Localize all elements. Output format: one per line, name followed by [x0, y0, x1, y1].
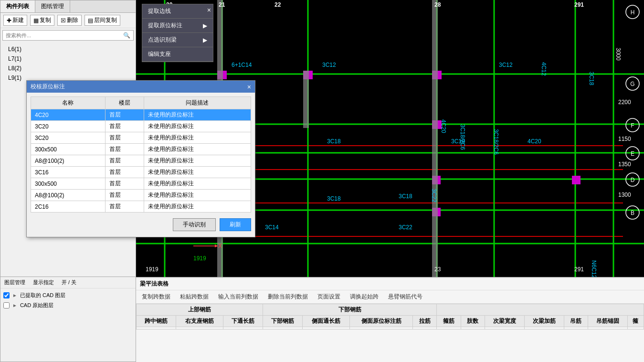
swap-start-btn[interactable]: 调换起始跨	[348, 292, 380, 302]
floor-copy-button[interactable]: ▤ 层间复制	[84, 15, 120, 26]
svg-text:4C20: 4C20	[528, 138, 541, 145]
dialog-table-row[interactable]: 3C20首层未使用的原位标注	[31, 121, 251, 132]
table-row	[137, 327, 644, 330]
refresh-button[interactable]: 刷新	[220, 218, 251, 231]
col-tie: 拉筋	[413, 316, 437, 327]
bottom-title: 梁平法表格	[136, 278, 644, 290]
dialog-title: 校核原位标注	[31, 83, 65, 91]
arrow-icon: ▶	[203, 22, 207, 29]
col-stirrup: 箍筋	[437, 316, 461, 327]
svg-text:3C18: 3C18	[327, 195, 341, 202]
copy-button[interactable]: ▦ 复制	[30, 15, 54, 26]
list-item[interactable]: L8(2)	[0, 64, 136, 73]
svg-text:3C18: 3C18	[327, 138, 341, 145]
svg-text:21: 21	[219, 1, 225, 8]
svg-text:N6C12: N6C12	[591, 260, 597, 277]
dialog-table-row[interactable]: 300x500首层未使用的原位标注	[31, 178, 251, 190]
layer-mgmt-btn[interactable]: 图层管理	[4, 279, 25, 286]
col-header-issue: 问题描述	[144, 97, 251, 109]
col-sub-beam-width: 次梁宽度	[485, 316, 524, 327]
svg-rect-27	[432, 0, 438, 277]
col-right-support: 右支座钢筋	[176, 316, 223, 327]
list-item[interactable]: L6(1)	[0, 44, 136, 54]
manual-identify-button[interactable]: 手动识别	[173, 218, 216, 231]
svg-text:1919: 1919	[146, 266, 158, 273]
bottom-toolbar: 复制跨数据 粘贴跨数据 输入当前列数据 删除当前列数据 页面设置 调换起始跨 悬…	[136, 290, 644, 304]
list-item[interactable]: L7(1)	[0, 54, 136, 64]
col-group-upper: 上部钢筋	[137, 304, 263, 316]
dialog-table-row[interactable]: A8@100(2)首层未使用的原位标注	[31, 155, 251, 167]
svg-text:X: X	[218, 243, 222, 249]
svg-text:3C18/2C6: 3C18/2C6	[493, 129, 499, 155]
left-toolbar: ✚ 新建 ▦ 复制 ☒ 删除 ▤ 层间复制	[0, 13, 136, 28]
layer-checkbox-original[interactable]	[3, 302, 10, 309]
svg-text:3C18/2C6: 3C18/2C6	[459, 124, 466, 150]
dialog-table-row[interactable]: 3C20首层未使用的原位标注	[31, 132, 251, 144]
svg-text:22: 22	[274, 1, 281, 8]
col-header-floor: 楼层	[105, 97, 144, 109]
menu-item-extract-edge[interactable]: 提取边线	[142, 4, 213, 19]
svg-rect-22	[572, 176, 581, 184]
bottom-table: 上部钢筋 下部钢筋 跨中钢筋 右支座钢筋 下通长筋 下部钢筋 侧面通长筋 侧面原…	[136, 304, 644, 330]
bottom-table-wrapper: 上部钢筋 下部钢筋 跨中钢筋 右支座钢筋 下通长筋 下部钢筋 侧面通长筋 侧面原…	[136, 304, 644, 362]
arrow-icon-2: ▶	[203, 37, 207, 43]
svg-text:23: 23	[434, 266, 441, 273]
tab-drawing-mgmt[interactable]: 图纸管理	[35, 0, 70, 12]
col-mid-rebar: 跨中钢筋	[137, 316, 176, 327]
tab-component-list[interactable]: 构件列表	[0, 0, 35, 12]
svg-text:F: F	[631, 122, 634, 129]
svg-text:1300: 1300	[618, 192, 631, 198]
dialog-table-body: 4C20首层未使用的原位标注3C20首层未使用的原位标注3C20首层未使用的原位…	[31, 109, 251, 213]
dialog-table-row[interactable]: A8@100(2)首层未使用的原位标注	[31, 190, 251, 201]
dialog-titlebar: 校核原位标注 ×	[27, 81, 255, 93]
svg-text:3C12: 3C12	[499, 62, 513, 68]
float-menu-close[interactable]: ×	[207, 6, 211, 14]
layer-label-original: CAD 原始图层	[20, 302, 53, 309]
layer-expand-original[interactable]: ►	[12, 303, 17, 308]
copy-span-btn[interactable]: 复制跨数据	[140, 292, 172, 302]
menu-item-extract-annotation[interactable]: 提取原位标注 ▶	[142, 19, 213, 33]
search-box[interactable]: 🔍	[2, 30, 134, 41]
dialog-table-row[interactable]: 4C20首层未使用的原位标注	[31, 109, 251, 121]
svg-text:1919: 1919	[193, 255, 206, 262]
svg-rect-26	[303, 71, 309, 128]
copy-icon: ▦	[33, 17, 39, 24]
layer-display-btn[interactable]: 显示指定	[33, 279, 54, 286]
layer-title-row: 图层管理 显示指定 开 / 关	[0, 277, 136, 288]
layer-item-extracted: ► 已提取的 CAD 图层	[3, 290, 133, 300]
svg-text:1350: 1350	[618, 161, 631, 168]
col-extra: 箍	[627, 316, 644, 327]
left-tabs: 构件列表 图纸管理	[0, 0, 136, 13]
svg-text:3C14: 3C14	[265, 224, 279, 231]
cantilever-code-btn[interactable]: 悬臂钢筋代号	[386, 292, 424, 302]
bottom-area: 梁平法表格 复制跨数据 粘贴跨数据 输入当前列数据 删除当前列数据 页面设置 调…	[136, 277, 644, 362]
page-setup-btn[interactable]: 页面设置	[316, 292, 342, 302]
dialog-table-row[interactable]: 2C16首层未使用的原位标注	[31, 201, 251, 213]
svg-text:E: E	[631, 150, 634, 157]
delete-button[interactable]: ☒ 删除	[57, 15, 82, 26]
layer-expand-extracted[interactable]: ►	[12, 293, 17, 298]
layer-checkbox-extracted[interactable]	[3, 292, 10, 298]
dialog-close-button[interactable]: ×	[247, 83, 251, 91]
search-icon: 🔍	[123, 32, 130, 39]
paste-span-btn[interactable]: 粘贴跨数据	[178, 292, 211, 302]
delete-col-btn[interactable]: 删除当前列数据	[266, 292, 310, 302]
layer-label-extracted: 已提取的 CAD 图层	[20, 292, 65, 299]
svg-text:B: B	[631, 210, 634, 216]
menu-item-edit-support[interactable]: 编辑支座	[142, 47, 213, 62]
dialog-table-row[interactable]: 300x500首层未使用的原位标注	[31, 144, 251, 155]
layer-toggle-btn[interactable]: 开 / 关	[62, 279, 76, 286]
dialog-verify-annotation: 校核原位标注 × 名称 楼层 问题描述 4C20首层未使用的原位标注3C20首层…	[26, 80, 255, 237]
col-header-name: 名称	[31, 97, 106, 109]
input-col-btn[interactable]: 输入当前列数据	[216, 292, 260, 302]
col-side-annot: 侧面原位标注筋	[350, 316, 413, 327]
new-button[interactable]: ✚ 新建	[3, 15, 27, 26]
svg-text:1150: 1150	[618, 136, 631, 142]
dialog-content: 名称 楼层 问题描述 4C20首层未使用的原位标注3C20首层未使用的原位标注3…	[27, 93, 255, 237]
col-hanger: 吊筋	[564, 316, 588, 327]
search-input[interactable]	[6, 32, 123, 38]
dialog-table-row[interactable]: 3C16首层未使用的原位标注	[31, 167, 251, 178]
menu-item-identify-beam[interactable]: 点选识别梁 ▶	[142, 33, 213, 47]
svg-text:2200: 2200	[618, 99, 631, 106]
svg-text:3000: 3000	[615, 48, 622, 61]
